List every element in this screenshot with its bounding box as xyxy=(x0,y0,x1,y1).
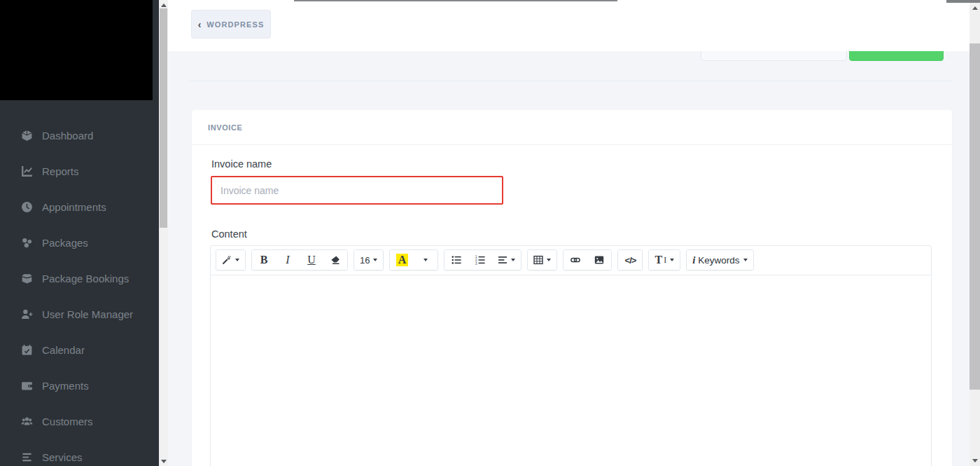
line-height-button[interactable]: TI xyxy=(649,250,680,270)
sidebar-item-user-role-manager[interactable]: User Role Manager xyxy=(0,296,159,332)
card-header: INVOICE xyxy=(192,110,952,145)
underline-button[interactable]: U xyxy=(300,250,323,270)
font-size-button[interactable]: 16 xyxy=(354,250,383,270)
sidebar-item-customers[interactable]: Customers xyxy=(0,404,159,439)
toolbar-group: 123 xyxy=(444,249,522,270)
back-to-wordpress-button[interactable]: ‹ WORDPRESS xyxy=(191,10,271,39)
top-border-strip xyxy=(294,0,617,1)
paragraph-align-button[interactable] xyxy=(492,250,521,270)
toolbar-group xyxy=(563,249,612,270)
toolbar-group: iKeywords xyxy=(686,249,753,270)
sidebar-item-services[interactable]: Services xyxy=(0,439,159,466)
info-i-icon: i xyxy=(692,254,694,266)
sidebar-item-payments[interactable]: Payments xyxy=(0,368,159,404)
sidebar-item-dashboard[interactable]: Dashboard xyxy=(0,118,159,153)
line-height-glyph: T xyxy=(654,254,662,266)
main-content: ‹ WORDPRESS INVOICE Invoice name Content… xyxy=(168,0,969,466)
users-icon xyxy=(21,416,33,427)
sidebar-item-label: Customers xyxy=(42,416,93,427)
sidebar-item-label: Services xyxy=(42,451,83,463)
sidebar-item-label: Packages xyxy=(42,237,88,249)
invoice-card: INVOICE Invoice name Content BIU16A123</… xyxy=(192,110,952,466)
svg-text:3: 3 xyxy=(475,262,477,265)
toolbar-group: TI xyxy=(648,249,680,270)
sidebar-scrollbar[interactable] xyxy=(159,0,168,466)
code-view-button[interactable]: </> xyxy=(618,250,642,270)
sidebar-menu: DashboardReportsAppointmentsPackagesPack… xyxy=(0,118,159,466)
sidebar-item-label: Package Bookings xyxy=(42,273,129,285)
link-button[interactable] xyxy=(564,250,587,270)
bold-button[interactable]: B xyxy=(252,250,276,270)
eraser-icon xyxy=(330,255,340,265)
sidebar-item-reports[interactable]: Reports xyxy=(0,153,159,189)
chevron-down-icon xyxy=(511,259,515,261)
keywords-label: Keywords xyxy=(698,255,739,266)
magic-style-button[interactable] xyxy=(216,250,245,270)
sidebar-item-package-bookings[interactable]: Package Bookings xyxy=(0,261,159,296)
font-size-label: 16 xyxy=(360,255,370,266)
section-divider xyxy=(189,81,952,81)
box-open-icon xyxy=(21,273,33,285)
stream-icon xyxy=(21,451,33,463)
page-header: ‹ WORDPRESS xyxy=(168,0,969,51)
chevron-down-icon xyxy=(235,259,239,261)
scroll-down-icon xyxy=(972,459,978,462)
chevron-down-icon xyxy=(547,259,551,261)
invoice-name-label: Invoice name xyxy=(211,158,272,170)
toolbar-group: BIU xyxy=(251,249,348,270)
magic-wand-icon xyxy=(222,255,232,265)
toolbar-group: A xyxy=(389,249,438,270)
sidebar-item-label: Calendar xyxy=(42,344,85,356)
clock-icon xyxy=(21,201,33,213)
chevron-down-icon xyxy=(670,259,674,261)
ordered-list-button[interactable]: 123 xyxy=(468,250,492,270)
scroll-down-icon[interactable] xyxy=(161,460,167,463)
underline-label: U xyxy=(307,254,316,266)
image-icon xyxy=(594,255,604,265)
list-ol-icon: 123 xyxy=(475,255,485,265)
sidebar-item-packages[interactable]: Packages xyxy=(0,225,159,261)
sidebar-item-appointments[interactable]: Appointments xyxy=(0,189,159,225)
table-icon xyxy=(533,255,543,265)
back-button-label: WORDPRESS xyxy=(206,20,264,29)
toolbar-group: </> xyxy=(617,249,643,270)
app-window: DashboardReportsAppointmentsPackagesPack… xyxy=(0,0,980,466)
sidebar-scrollbar-thumb[interactable] xyxy=(160,8,167,228)
browser-scrollbar[interactable] xyxy=(969,0,980,466)
image-button[interactable] xyxy=(587,250,611,270)
keywords-button[interactable]: iKeywords xyxy=(687,250,752,270)
scroll-up-icon[interactable] xyxy=(161,4,167,7)
logo xyxy=(0,0,153,100)
line-height-glyph: I xyxy=(664,255,666,266)
chevron-down-icon xyxy=(424,259,428,261)
browser-scrollbar-thumb[interactable] xyxy=(969,43,980,390)
table-button[interactable] xyxy=(528,250,556,270)
align-left-icon xyxy=(498,255,507,265)
italic-button[interactable]: I xyxy=(276,250,300,270)
invoice-name-input[interactable] xyxy=(211,176,503,205)
font-color-label: A xyxy=(396,254,409,266)
chevron-down-icon xyxy=(743,259,748,261)
sidebar-item-label: Reports xyxy=(42,165,79,177)
italic-label: I xyxy=(286,254,289,266)
cube-icon xyxy=(21,130,33,142)
font-color-more-button[interactable] xyxy=(414,250,438,270)
clear-format-button[interactable] xyxy=(323,250,347,270)
editor-content-area[interactable] xyxy=(211,275,931,466)
chevron-left-icon: ‹ xyxy=(198,20,202,29)
font-color-button[interactable]: A xyxy=(390,250,414,270)
sidebar-item-label: User Role Manager xyxy=(42,308,133,320)
chart-line-icon xyxy=(21,165,33,177)
sidebar-item-calendar[interactable]: Calendar xyxy=(0,332,159,368)
rich-text-editor: BIU16A123</>TIiKeywords xyxy=(210,245,932,466)
sidebar-item-label: Dashboard xyxy=(42,130,93,142)
editor-toolbar: BIU16A123</>TIiKeywords xyxy=(211,246,931,275)
scrollbar-down-button[interactable] xyxy=(969,454,980,466)
unordered-list-button[interactable] xyxy=(444,250,468,270)
card-title: INVOICE xyxy=(208,123,242,132)
toolbar-group xyxy=(216,249,246,270)
wallet-icon xyxy=(21,380,33,392)
user-plus-icon xyxy=(21,308,33,320)
cluster-icon xyxy=(21,237,33,249)
list-ul-icon xyxy=(451,255,461,265)
